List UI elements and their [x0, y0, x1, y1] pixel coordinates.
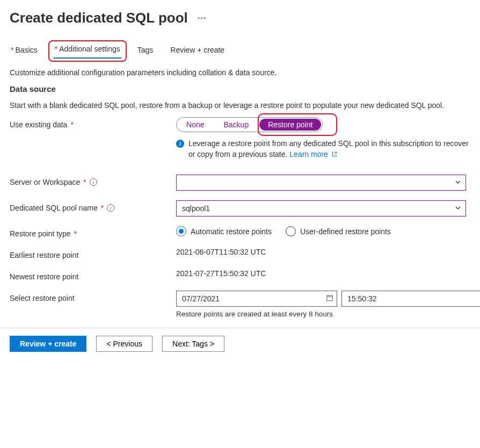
radio-icon: [176, 226, 186, 236]
restore-time-picker[interactable]: 15:50:32: [341, 291, 480, 307]
label-newest-restore: Newest restore point: [10, 269, 176, 281]
svg-rect-0: [327, 295, 333, 301]
info-icon: i: [176, 140, 184, 148]
chevron-down-icon: [455, 204, 461, 213]
tab-bar: *Basics *Additional settings Tags Review…: [10, 42, 470, 59]
learn-more-link[interactable]: Learn more: [289, 150, 337, 158]
pool-name-select[interactable]: sqlpool1: [176, 200, 466, 216]
radio-icon: [286, 226, 296, 236]
restore-date-picker[interactable]: 07/27/2021: [176, 291, 337, 307]
earliest-restore-value: 2021-06-07T11:50:32 UTC: [176, 248, 470, 256]
section-heading-data-source: Data source: [10, 84, 470, 93]
next-button[interactable]: Next: Tags >: [162, 336, 224, 352]
previous-button[interactable]: < Previous: [96, 336, 152, 352]
tab-review-create[interactable]: Review + create: [169, 44, 226, 59]
external-link-icon: [331, 151, 338, 157]
server-workspace-select[interactable]: [176, 175, 466, 191]
newest-restore-value: 2021-07-27T15:50:32 UTC: [176, 269, 470, 278]
info-icon[interactable]: i: [107, 204, 114, 212]
restore-point-info: i Leverage a restore point from any dedi…: [176, 139, 470, 160]
radio-automatic[interactable]: Automatic restore points: [176, 226, 272, 236]
info-icon[interactable]: i: [90, 178, 97, 186]
label-select-restore-point: Select restore point: [10, 291, 176, 302]
tab-basics[interactable]: *Basics: [10, 44, 39, 59]
tab-additional-settings[interactable]: *Additional settings: [54, 42, 121, 59]
label-server-workspace: Server or Workspace* i: [10, 175, 176, 186]
pool-name-value: sqlpool1: [182, 204, 210, 213]
label-use-existing-data: Use existing data*: [10, 117, 176, 129]
page-title: Create dedicated SQL pool ···: [10, 10, 470, 26]
segment-restore-point[interactable]: Restore point: [259, 119, 321, 131]
restore-point-type-radio-group: Automatic restore points User-defined re…: [176, 226, 470, 236]
page-description: Customize additional configuration param…: [10, 68, 470, 77]
calendar-icon: [326, 294, 333, 304]
radio-user-defined[interactable]: User-defined restore points: [286, 226, 391, 236]
restore-point-note: Restore points are created at least ever…: [176, 310, 480, 318]
wizard-footer: Review + create < Previous Next: Tags >: [0, 328, 480, 359]
highlight-tab: *Additional settings: [48, 40, 127, 62]
label-pool-name: Dedicated SQL pool name* i: [10, 200, 176, 212]
segment-backup[interactable]: Backup: [214, 118, 258, 132]
review-create-button[interactable]: Review + create: [10, 336, 86, 352]
chevron-down-icon: [455, 178, 461, 187]
segment-none[interactable]: None: [177, 118, 214, 132]
use-existing-data-segmented: None Backup Restore point: [176, 117, 323, 132]
data-source-description: Start with a blank dedicated SQL pool, r…: [10, 101, 470, 110]
label-earliest-restore: Earliest restore point: [10, 248, 176, 259]
label-restore-point-type: Restore point type*: [10, 226, 176, 238]
tab-tags[interactable]: Tags: [136, 44, 155, 59]
more-actions-icon[interactable]: ···: [195, 13, 208, 23]
